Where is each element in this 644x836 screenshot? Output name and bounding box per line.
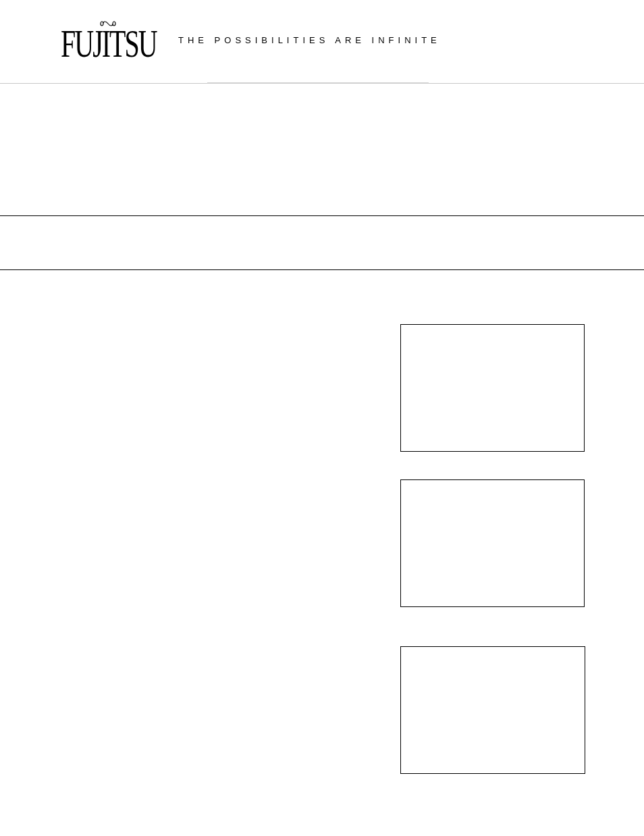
- placeholder-box-3: [400, 646, 585, 774]
- document-page: FUJITSU THE POSSIBILITIES ARE INFINITE: [0, 0, 644, 836]
- placeholder-box-2: [400, 479, 585, 607]
- section-divider-top: [0, 215, 644, 216]
- brand-tagline: THE POSSIBILITIES ARE INFINITE: [178, 35, 441, 45]
- brand-logo-text: FUJITSU: [61, 22, 157, 67]
- header-divider-segment: [207, 82, 429, 84]
- logo-area: FUJITSU THE POSSIBILITIES ARE INFINITE: [61, 9, 432, 62]
- placeholder-box-1: [400, 324, 585, 452]
- section-divider-bottom: [0, 269, 644, 270]
